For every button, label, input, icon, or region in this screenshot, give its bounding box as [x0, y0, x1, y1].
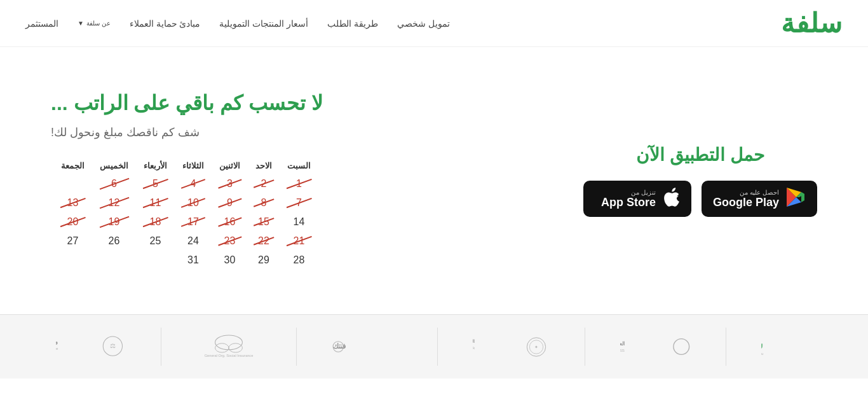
- footer-divider-5: [161, 328, 161, 366]
- calendar-day: 30: [214, 252, 245, 268]
- main-headline: لا تحسب كم باقي على الراتب ...: [51, 91, 323, 115]
- app-section-title: حمل التطبيق الآن: [636, 144, 764, 165]
- calendar-day: 18: [139, 214, 172, 230]
- col-thursday: الخميس: [95, 158, 133, 173]
- app-store-sublabel: تنزيل من: [631, 189, 656, 196]
- calendar-day: 21: [282, 233, 316, 249]
- calendar-day: 6: [95, 176, 133, 192]
- calendar-day: 10: [177, 195, 209, 211]
- fintech-saudi-logo-svg: فنتك السعودية: [332, 331, 402, 363]
- svg-text:Saudi Credit Bureau: Saudi Credit Bureau: [761, 352, 763, 356]
- calendar-day: 24: [177, 233, 209, 249]
- svg-point-8: [674, 339, 689, 355]
- nav-how-to-apply[interactable]: طريقة الطلب: [327, 18, 378, 29]
- calendar-day: 11: [139, 195, 172, 211]
- calendar-day: 7: [282, 195, 316, 211]
- calendar-day: 15: [250, 214, 277, 230]
- national-address-logo-svg: العنوان الوطني NATIONAL ADDRESS: [620, 331, 690, 363]
- app-store-name: App Store: [601, 196, 656, 209]
- footer-saudi-central-bank: ✦ البنك المركزي السعودي Saudi Central Ba…: [473, 329, 549, 364]
- calendar-table: السبت الاحد الاثنين الثلاثاء الأربعاء ال…: [51, 156, 321, 271]
- nav-about-label: عن سلفة: [86, 20, 111, 27]
- svg-text:✦: ✦: [534, 345, 538, 349]
- footer-divider-3: [437, 328, 438, 366]
- calendar-day: 4: [177, 176, 209, 192]
- svg-text:Ministry of Justice: Ministry of Justice: [56, 345, 58, 350]
- svg-text:Saudi Central Bank: Saudi Central Bank: [473, 345, 475, 349]
- svg-text:⚖: ⚖: [110, 342, 116, 349]
- google-play-sublabel: احصل عليه من: [740, 189, 779, 196]
- svg-point-20: [229, 343, 242, 352]
- calendar-day: [95, 252, 133, 268]
- footer-ministry-justice: ⚖ وزارة العدل Ministry of Justice: [56, 329, 126, 364]
- calendar-day: 2: [250, 176, 277, 192]
- calendar-day: 27: [56, 233, 90, 249]
- svg-text:البنك المركزي السعودي: البنك المركزي السعودي: [473, 338, 475, 343]
- svg-text:سمة: سمة: [761, 338, 763, 351]
- ministry-justice-logo-svg: ⚖ وزارة العدل Ministry of Justice: [56, 329, 126, 364]
- app-buttons-group: احصل عليه من Google Play تنزيل من App St…: [583, 181, 817, 217]
- calendar-day: 16: [214, 214, 245, 230]
- calendar-day: 19: [95, 214, 133, 230]
- calendar-day: 14: [282, 214, 316, 230]
- main-nav: تمويل شخصي طريقة الطلب أسعار المنتجات ال…: [25, 18, 450, 29]
- gosi-logo-svg: General Org. Social Insurance: [197, 329, 261, 364]
- nav-personal-finance[interactable]: تمويل شخصي: [397, 18, 450, 29]
- calendar-day: 26: [95, 233, 133, 249]
- simah-logo-svg: سمة Saudi Credit Bureau: [761, 334, 812, 359]
- main-content: حمل التطبيق الآن احصل عليه من Goo: [0, 47, 868, 314]
- col-sunday: الاحد: [250, 158, 277, 173]
- calendar-day: 3: [214, 176, 245, 192]
- app-store-button[interactable]: تنزيل من App Store: [583, 181, 691, 217]
- main-subheadline: شف كم ناقصك مبلغ ونحول لك!: [51, 125, 200, 139]
- svg-text:General Org. Social Insurance: General Org. Social Insurance: [205, 354, 254, 357]
- chevron-down-icon: ▼: [78, 20, 84, 27]
- google-play-text: احصل عليه من Google Play: [713, 189, 779, 209]
- calendar-day: 22: [250, 233, 277, 249]
- calendar-week-2: 78910111213: [56, 195, 316, 211]
- app-download-section: حمل التطبيق الآن احصل عليه من Goo: [583, 144, 817, 217]
- nav-investor[interactable]: المستثمر: [25, 18, 58, 29]
- calendar-day: [56, 252, 90, 268]
- calendar-day: 17: [177, 214, 209, 230]
- svg-text:فنتك السعودية: فنتك السعودية: [332, 342, 346, 350]
- footer-gosi: General Org. Social Insurance: [197, 329, 261, 364]
- col-monday: الاثنين: [214, 158, 245, 173]
- footer-fintech-saudi: فنتك السعودية: [332, 331, 402, 363]
- calendar: السبت الاحد الاثنين الثلاثاء الأربعاء ال…: [51, 156, 321, 271]
- calendar-day: 1: [282, 176, 316, 192]
- google-play-icon: [785, 187, 806, 211]
- calendar-day: 29: [250, 252, 277, 268]
- calendar-header-row: السبت الاحد الاثنين الثلاثاء الأربعاء ال…: [56, 158, 316, 173]
- right-section: لا تحسب كم باقي على الراتب ... شف كم ناق…: [51, 91, 323, 271]
- google-play-name: Google Play: [713, 196, 779, 209]
- col-friday: الجمعة: [56, 158, 90, 173]
- footer-divider-2: [585, 328, 585, 366]
- col-tuesday: الثلاثاء: [177, 158, 209, 173]
- calendar-day: 23: [214, 233, 245, 249]
- svg-text:العنوان الوطني: العنوان الوطني: [620, 341, 625, 347]
- col-wednesday: الأربعاء: [139, 158, 172, 173]
- svg-text:وزارة العدل: وزارة العدل: [56, 339, 58, 345]
- calendar-day: 8: [250, 195, 277, 211]
- nav-about-dropdown[interactable]: عن سلفة ▼: [78, 20, 111, 27]
- nav-customer-protection[interactable]: مبادئ حماية العملاء: [130, 18, 201, 29]
- footer-divider-1: [726, 328, 726, 366]
- calendar-day: 31: [177, 252, 209, 268]
- svg-marker-5: [801, 192, 804, 202]
- footer-national-address: العنوان الوطني NATIONAL ADDRESS: [620, 331, 690, 363]
- calendar-day: 13: [56, 195, 90, 211]
- calendar-day: 12: [95, 195, 133, 211]
- calendar-week-4: 21222324252627: [56, 233, 316, 249]
- logo[interactable]: سلفة: [781, 8, 843, 39]
- svg-point-19: [215, 343, 229, 352]
- col-saturday: السبت: [282, 158, 316, 173]
- header: سلفة تمويل شخصي طريقة الطلب أسعار المنتج…: [0, 0, 868, 47]
- calendar-day: 5: [139, 176, 172, 192]
- nav-product-prices[interactable]: أسعار المنتجات التمويلية: [219, 18, 308, 29]
- footer-simah: سمة Saudi Credit Bureau: [761, 334, 812, 359]
- app-store-text: تنزيل من App Store: [601, 189, 656, 209]
- apple-icon: [662, 187, 680, 211]
- google-play-button[interactable]: احصل عليه من Google Play: [702, 181, 817, 217]
- calendar-day: 25: [139, 233, 172, 249]
